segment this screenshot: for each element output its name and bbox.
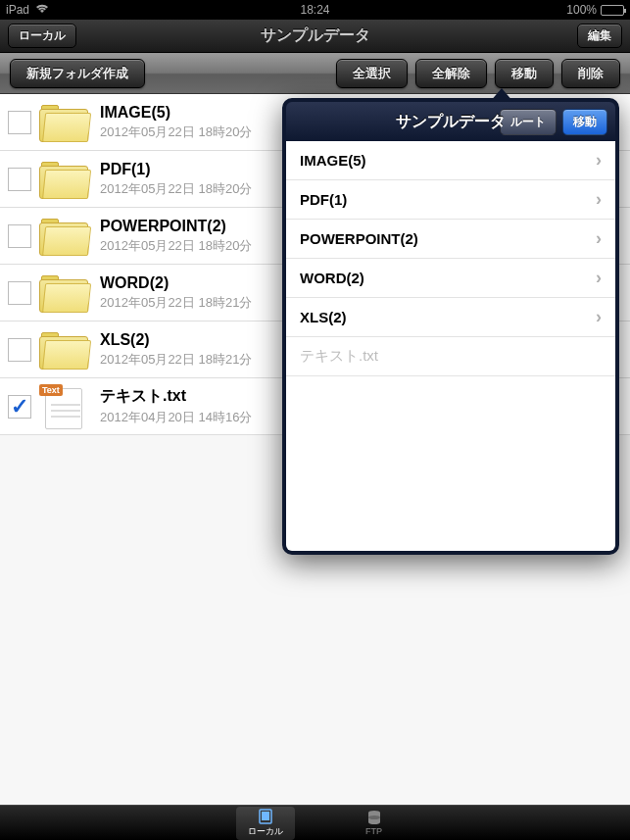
status-time: 18:24	[212, 3, 417, 17]
folder-icon	[39, 330, 88, 370]
tab-label: ローカル	[248, 825, 283, 838]
deselect-all-button[interactable]: 全解除	[415, 59, 487, 88]
wifi-icon	[35, 3, 49, 17]
new-folder-button[interactable]: 新規フォルダ作成	[10, 59, 145, 88]
popover-item-label: テキスト.txt	[300, 347, 378, 366]
popover-item-label: PDF(1)	[300, 191, 347, 208]
popover-item[interactable]: POWERPOINT(2)›	[286, 220, 615, 259]
page-title: サンプルデータ	[0, 25, 630, 46]
checkbox[interactable]	[8, 111, 31, 134]
text-file-icon: Text	[39, 384, 88, 429]
tab-label: FTP	[365, 826, 382, 836]
chevron-right-icon: ›	[596, 189, 602, 210]
folder-icon	[39, 217, 88, 256]
status-bar: iPad 18:24 100%	[0, 0, 630, 20]
popover-arrow	[490, 88, 513, 102]
tab-ftp[interactable]: FTP	[354, 808, 395, 838]
folder-icon	[39, 160, 88, 199]
checkbox[interactable]	[8, 224, 31, 248]
back-button[interactable]: ローカル	[8, 24, 76, 48]
nav-bar: ローカル サンプルデータ 編集	[0, 20, 630, 53]
checkbox[interactable]	[8, 168, 31, 191]
checkbox[interactable]	[8, 395, 31, 419]
checkbox[interactable]	[8, 281, 31, 305]
move-button[interactable]: 移動	[495, 59, 554, 88]
popover-item[interactable]: WORD(2)›	[286, 259, 615, 298]
folder-icon	[39, 103, 88, 142]
checkbox[interactable]	[8, 338, 31, 362]
popover-header: サンプルデータ ルート 移動	[286, 102, 615, 141]
device-label: iPad	[6, 3, 29, 17]
tab-bar: ローカル FTP	[0, 805, 630, 840]
chevron-right-icon: ›	[596, 150, 602, 171]
svg-point-5	[368, 815, 380, 819]
popover-item-label: WORD(2)	[300, 270, 364, 286]
popover-move-button[interactable]: 移動	[562, 109, 607, 135]
battery-percent: 100%	[566, 3, 597, 17]
folder-icon	[39, 273, 88, 313]
tab-local[interactable]: ローカル	[236, 807, 295, 840]
toolbar: 新規フォルダ作成 全選択 全解除 移動 削除	[0, 53, 630, 94]
popover-item[interactable]: XLS(2)›	[286, 298, 615, 337]
select-all-button[interactable]: 全選択	[336, 59, 408, 88]
edit-button[interactable]: 編集	[577, 24, 622, 48]
popover-item: テキスト.txt	[286, 337, 615, 376]
svg-rect-1	[262, 812, 269, 820]
popover-item-label: XLS(2)	[300, 309, 347, 325]
server-icon	[365, 810, 383, 825]
chevron-right-icon: ›	[596, 268, 602, 288]
chevron-right-icon: ›	[596, 228, 602, 249]
popover-list: IMAGE(5)›PDF(1)›POWERPOINT(2)›WORD(2)›XL…	[286, 141, 615, 551]
svg-point-4	[368, 820, 380, 824]
chevron-right-icon: ›	[596, 307, 602, 327]
popover-root-button[interactable]: ルート	[500, 109, 557, 135]
battery-icon	[601, 5, 624, 16]
delete-button[interactable]: 削除	[561, 59, 620, 88]
popover-item[interactable]: IMAGE(5)›	[286, 141, 615, 180]
move-popover: サンプルデータ ルート 移動 IMAGE(5)›PDF(1)›POWERPOIN…	[282, 98, 619, 555]
popover-item-label: POWERPOINT(2)	[300, 230, 418, 247]
device-icon	[257, 809, 274, 824]
popover-item-label: IMAGE(5)	[300, 152, 366, 169]
popover-item[interactable]: PDF(1)›	[286, 180, 615, 220]
